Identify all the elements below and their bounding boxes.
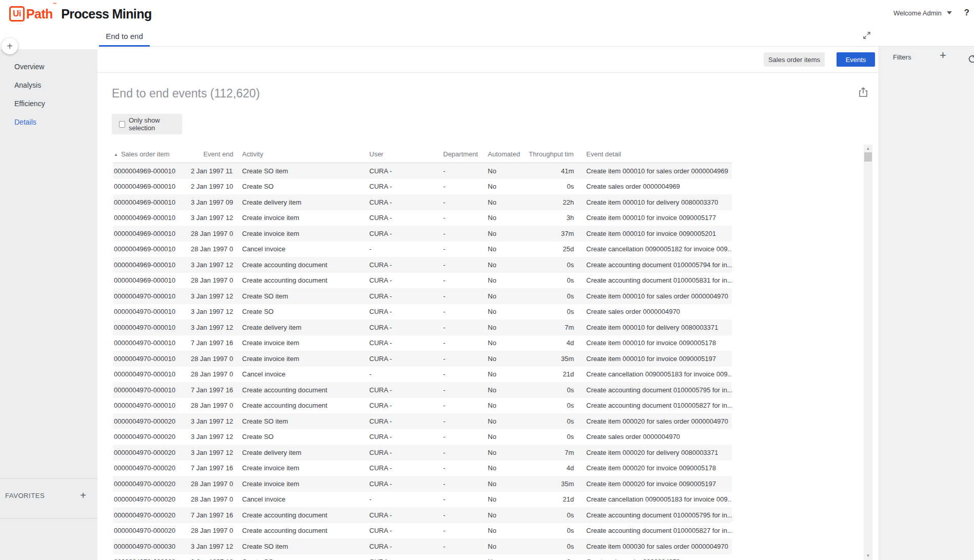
help-button[interactable]: ? [964,8,969,18]
cell-throughput_time: 0s [529,417,574,425]
cell-event_end: 28 Jan 1997 09:33 [191,480,233,488]
table-row[interactable]: 0000004970-0000303 Jan 1997 12:52Create … [113,538,732,554]
vertical-scrollbar[interactable]: ▲ ▼ [864,145,872,560]
sales-order-items-button[interactable]: Sales order items [764,52,825,67]
expand-icon[interactable] [862,31,871,40]
table-row[interactable]: 0000004970-00001028 Jan 1997 09:33Create… [113,351,732,367]
cell-department: - [443,558,488,560]
table-row[interactable]: 0000004969-0000103 Jan 1997 09:16Create … [113,194,732,210]
table-row[interactable]: 0000004969-0000102 Jan 1997 11:11Create … [113,163,732,179]
table-row[interactable]: 0000004970-0000103 Jan 1997 12:52Create … [113,304,732,320]
cell-activity: Create invoice item [233,355,369,363]
column-header-event-end[interactable]: Event end [191,150,233,158]
cell-event_detail: Create accounting document 0100005831 fo… [574,276,732,284]
cell-automated: No [488,167,529,175]
cell-automated: No [488,324,529,331]
cell-department: - [443,308,488,315]
cell-sales_order_item: 0000004969-000010 [113,245,191,253]
cell-event_end: 28 Jan 1997 08:57 [191,370,233,378]
table-row[interactable]: 0000004969-00001028 Jan 1997 09:33Create… [113,226,732,242]
table-row[interactable]: 0000004970-0000103 Jan 1997 12:59Create … [113,319,732,335]
cell-event_detail: Create item 000020 for delivery 00800033… [574,449,732,456]
only-show-selection-toggle[interactable]: Only show selection [112,114,182,134]
cell-event_end: 3 Jan 1997 09:16 [191,198,233,206]
table-row[interactable]: 0000004969-00001028 Jan 1997 08:56Cancel… [113,242,732,257]
cell-event_detail: Create item 000010 for delivery 00800033… [574,324,732,331]
table-row[interactable]: 0000004970-0000103 Jan 1997 12:52Create … [113,288,732,304]
table-row[interactable]: 0000004969-00001028 Jan 1997 09:33Create… [113,273,732,289]
cell-throughput_time: 0s [529,543,574,550]
sidebar-item-efficiency[interactable]: Efficiency [0,94,97,113]
column-header-sales-order-item[interactable]: ▲Sales order item [113,150,191,158]
scroll-up-icon[interactable]: ▲ [864,145,872,153]
column-header-department[interactable]: Department [443,150,488,158]
chevron-down-icon[interactable] [947,11,952,14]
cell-event_end: 7 Jan 1997 16:14 [191,464,233,472]
cell-event_detail: Create accounting document 0100005795 fo… [574,386,732,394]
table-row[interactable]: 0000004970-00001028 Jan 1997 09:33Create… [113,398,732,414]
table-row[interactable]: 0000004970-00002028 Jan 1997 09:33Create… [113,476,732,492]
table-row[interactable]: 0000004970-0000107 Jan 1997 16:14Create … [113,335,732,351]
cell-sales_order_item: 0000004970-000020 [113,495,191,503]
cell-event_end: 28 Jan 1997 09:33 [191,230,233,237]
table-row[interactable]: 0000004970-0000303 Jan 1997 12:52Create … [113,554,732,560]
cell-automated: No [488,308,529,315]
add-dashboard-button[interactable]: + [2,38,18,54]
cell-automated: No [488,433,529,441]
cell-department: - [443,543,488,550]
cell-event_end: 28 Jan 1997 08:56 [191,245,233,253]
table-row[interactable]: 0000004969-0000103 Jan 1997 12:24Create … [113,210,732,226]
cell-automated: No [488,464,529,472]
column-header-activity[interactable]: Activity [233,150,369,158]
cell-throughput_time: 37m [529,230,574,237]
cell-sales_order_item: 0000004970-000010 [113,370,191,378]
cell-activity: Create accounting document [233,527,369,534]
column-header-event-detail[interactable]: Event detail [574,150,732,158]
cell-event_detail: Create item 000020 for invoice 009000517… [574,464,732,472]
cell-automated: No [488,230,529,237]
scrollbar-thumb[interactable] [864,152,872,162]
cell-throughput_time: 0s [529,386,574,394]
table-row[interactable]: 0000004970-0000207 Jan 1997 16:14Create … [113,507,732,523]
table-row[interactable]: 0000004970-0000203 Jan 1997 12:52Create … [113,413,732,429]
column-header-automated[interactable]: Automated [488,150,529,158]
table-row[interactable]: 0000004970-00001028 Jan 1997 08:57Cancel… [113,367,732,383]
column-header-user[interactable]: User [369,150,443,158]
sidebar-item-overview[interactable]: Overview [0,57,97,76]
export-icon[interactable] [857,86,870,99]
cell-automated: No [488,276,529,284]
cell-user: CURA - [369,292,443,300]
table-row[interactable]: 0000004969-0000103 Jan 1997 12:24Create … [113,257,732,273]
cell-event_detail: Create item 000010 for invoice 009000520… [574,230,732,237]
main-panel: Sales order items Events End to end even… [97,47,879,560]
cell-event_detail: Create item 000010 for sales order 00000… [574,167,732,175]
sidebar: Overview Analysis Efficiency Details [0,49,97,560]
table-row[interactable]: 0000004970-0000107 Jan 1997 16:14Create … [113,382,732,398]
sidebar-item-analysis[interactable]: Analysis [0,76,97,94]
table-row[interactable]: 0000004970-00002028 Jan 1997 08:57Cancel… [113,492,732,508]
column-header-throughput-time[interactable]: Throughput time [529,150,574,158]
cell-user: CURA - [369,417,443,425]
table-row[interactable]: 0000004970-0000207 Jan 1997 16:14Create … [113,461,732,476]
cell-event_detail: Create cancellation 0090005183 for invoi… [574,495,732,503]
table-row[interactable]: 0000004970-0000203 Jan 1997 12:52Create … [113,429,732,445]
cell-activity: Create delivery item [233,198,369,206]
cell-user: CURA - [369,386,443,394]
add-filter-button[interactable]: + [940,49,946,62]
cell-sales_order_item: 0000004970-000010 [113,308,191,315]
selection-checkbox[interactable] [119,121,125,128]
cell-department: - [443,214,488,222]
cell-automated: No [488,261,529,269]
tab-end-to-end[interactable]: End to end [99,26,150,47]
logo-path-text: Path™ [26,7,56,22]
reset-filters-icon[interactable] [967,54,974,64]
sidebar-item-details[interactable]: Details [0,113,97,131]
scroll-down-icon[interactable]: ▼ [864,552,872,560]
add-favorite-button[interactable]: + [80,490,86,502]
events-button[interactable]: Events [837,52,875,67]
table-row[interactable]: 0000004970-00002028 Jan 1997 09:33Create… [113,523,732,539]
table-row[interactable]: 0000004969-0000102 Jan 1997 10:30Create … [113,179,732,195]
table-row[interactable]: 0000004970-0000203 Jan 1997 12:59Create … [113,445,732,461]
cell-department: - [443,167,488,175]
cell-department: - [443,449,488,456]
